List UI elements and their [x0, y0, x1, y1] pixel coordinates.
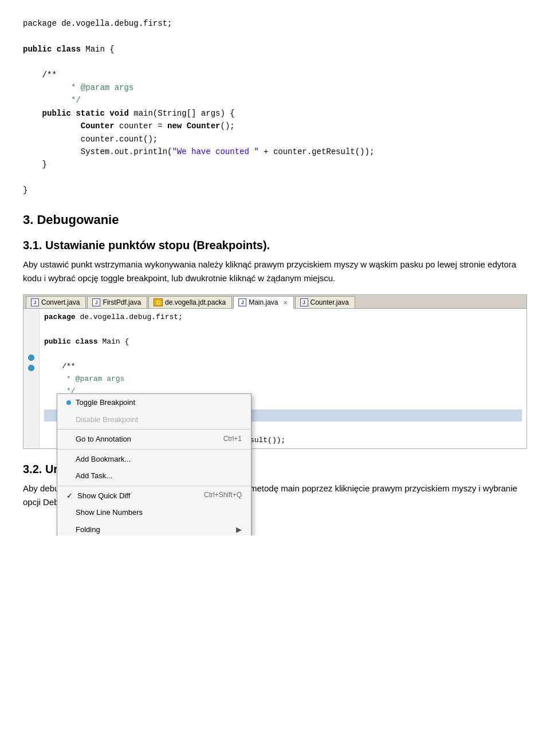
context-menu[interactable]: Toggle Breakpoint Disable Breakpoint: [57, 393, 252, 536]
tab-close-icon[interactable]: ✕: [283, 300, 288, 306]
breakpoint-marker: [28, 355, 34, 361]
tab-package[interactable]: ⬡ de.vogella.jdt.packa: [148, 296, 232, 308]
gutter-line8: [28, 384, 36, 392]
section31-body: Aby ustawić punkt wstrzymania wykonywani…: [23, 258, 527, 285]
java-file-icon: J: [92, 298, 100, 306]
radio-bullet-icon: [66, 400, 71, 405]
tab-bar[interactable]: J Convert.java J FirstPdf.java ⬡ de.voge…: [23, 295, 527, 309]
menu-item-label: Show Quick Diff: [77, 490, 130, 502]
gutter-line3: [28, 333, 36, 341]
menu-show-quick-diff[interactable]: ✓ Show Quick Diff Ctrl+Shift+Q: [57, 487, 251, 504]
eclipse-editor: J Convert.java J FirstPdf.java ⬡ de.voge…: [23, 294, 527, 449]
menu-item-label: Add Bookmark...: [76, 453, 131, 465]
code-line-4: [44, 348, 522, 360]
tab-label: Main.java: [249, 298, 278, 306]
menu-separator-1: [57, 429, 251, 430]
breakpoint-marker2: [28, 365, 34, 371]
gutter-line5: [28, 353, 36, 361]
menu-disable-breakpoint: Disable Breakpoint: [57, 411, 251, 428]
gutter-line2: [28, 322, 36, 330]
menu-item-label: Toggle Breakpoint: [76, 396, 135, 408]
code-editor-content[interactable]: package de.vogella.debug.first; public c…: [40, 309, 527, 448]
menu-item-label: Disable Breakpoint: [76, 414, 138, 426]
menu-item-label: Show Line Numbers: [76, 506, 143, 518]
package-icon: ⬡: [154, 298, 163, 306]
tab-convert-java[interactable]: J Convert.java: [26, 296, 86, 308]
menu-shortcut: Ctrl+Shift+Q: [204, 490, 242, 501]
submenu-arrow-icon: ▶: [236, 523, 242, 536]
java-file-icon: J: [31, 298, 39, 306]
tab-firstpdf-java[interactable]: J FirstPdf.java: [87, 296, 147, 308]
menu-add-task[interactable]: Add Task...: [57, 467, 251, 484]
editor-gutter[interactable]: [23, 309, 40, 448]
tab-label: Counter.java: [311, 298, 349, 306]
menu-folding[interactable]: Folding ▶: [57, 521, 251, 536]
menu-item-label: Add Task...: [76, 470, 112, 482]
gutter-line6: [28, 364, 36, 372]
code-line-6: * @param args: [44, 373, 522, 385]
menu-item-label: Go to Annotation: [76, 433, 131, 445]
tab-counter-java[interactable]: J Counter.java: [295, 296, 355, 308]
menu-shortcut: Ctrl+1: [223, 434, 242, 445]
gutter-line4: [28, 343, 36, 351]
checkmark-icon: ✓: [66, 490, 73, 502]
tab-label: Convert.java: [41, 298, 80, 306]
code-line-3: public class Main {: [44, 336, 522, 348]
gutter-line7: [28, 374, 36, 382]
menu-add-bookmark[interactable]: Add Bookmark...: [57, 451, 251, 467]
section31-heading: 3.1. Ustawianie punktów stopu (Breakpoin…: [23, 239, 527, 252]
top-code-block: package de.vogella.debug.first; public c…: [23, 17, 527, 196]
menu-show-line-numbers[interactable]: Show Line Numbers: [57, 504, 251, 521]
menu-separator-3: [57, 486, 251, 486]
java-file-icon: J: [300, 298, 308, 306]
code-line-2: [44, 324, 522, 336]
gutter-line1: [28, 312, 36, 320]
tab-main-java[interactable]: J Main.java ✕: [233, 296, 293, 309]
tab-label: FirstPdf.java: [103, 298, 141, 306]
menu-toggle-breakpoint[interactable]: Toggle Breakpoint: [57, 394, 251, 411]
code-line-5: /**: [44, 360, 522, 372]
menu-go-to-annotation[interactable]: Go to Annotation Ctrl+1: [57, 431, 251, 447]
tab-label: de.vogella.jdt.packa: [165, 298, 226, 306]
menu-separator-2: [57, 449, 251, 450]
editor-area: package de.vogella.debug.first; public c…: [23, 309, 527, 448]
section3-heading: 3. Debugowanie: [23, 212, 527, 227]
code-line-1: package de.vogella.debug.first;: [44, 311, 522, 323]
menu-item-label: Folding: [76, 523, 100, 536]
java-file-icon: J: [238, 298, 246, 306]
